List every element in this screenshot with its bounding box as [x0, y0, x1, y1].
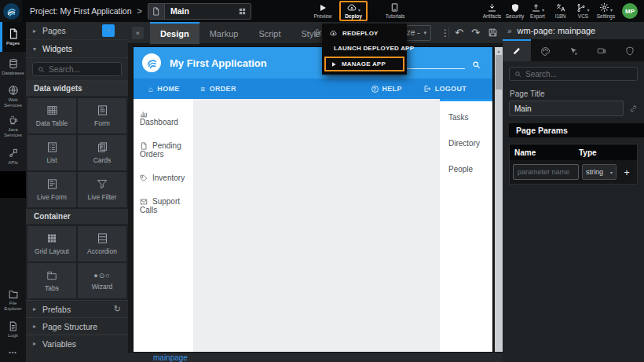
editor-tabs: Design Markup Script Style	[150, 22, 331, 44]
nav-logout[interactable]: LOGOUT	[423, 85, 467, 93]
widget-tile-list[interactable]: List	[27, 135, 76, 170]
shield-icon	[510, 3, 520, 13]
widget-tile-data-table[interactable]: Data Table	[27, 98, 76, 133]
menu-item-dashboard[interactable]: Dashboard	[140, 109, 187, 126]
param-row: string	[510, 160, 637, 184]
tab-markup[interactable]: Markup	[199, 22, 249, 44]
widget-tile-live-form[interactable]: Live Form	[27, 172, 76, 207]
add-page-button[interactable]	[102, 24, 115, 37]
list-icon	[46, 141, 58, 153]
rail-item-java-services[interactable]: Java Services	[0, 112, 26, 141]
app-content-area[interactable]	[193, 99, 440, 352]
menu-item-support-calls[interactable]: Support Calls	[140, 197, 187, 214]
collapse-inspector-button[interactable]	[507, 27, 512, 35]
redo-button[interactable]	[471, 27, 480, 38]
play-icon	[318, 3, 327, 13]
side-item-directory[interactable]: Directory	[448, 139, 484, 148]
export-button[interactable]: Export	[526, 0, 549, 22]
side-item-tasks[interactable]: Tasks	[448, 113, 484, 122]
inspector-search-input[interactable]	[525, 70, 632, 79]
rail-item-logs[interactable]: Logs	[0, 315, 26, 345]
tab-events[interactable]	[559, 39, 587, 61]
tab-device[interactable]	[587, 39, 616, 61]
widget-search-input[interactable]	[49, 65, 116, 74]
menu-item-redeploy[interactable]: REDEPLOY	[322, 26, 407, 41]
rail-item-web-services[interactable]: Web Services	[0, 82, 26, 112]
rail-item-file-explorer[interactable]: File Explorer	[0, 285, 26, 315]
app-title: My First Application	[170, 57, 267, 69]
rail-more-button[interactable]	[0, 345, 26, 359]
i18n-button[interactable]: I18N	[549, 0, 572, 22]
refresh-icon[interactable]	[114, 304, 121, 314]
canvas-scrollbar[interactable]	[495, 47, 503, 352]
page-title-row	[503, 101, 644, 116]
bindings-icon[interactable]	[315, 28, 321, 37]
variables-accordion[interactable]: Variables	[26, 335, 128, 352]
rail-item-databases[interactable]: Databases	[0, 52, 26, 82]
page-selector[interactable]: Main	[148, 3, 251, 20]
tab-design[interactable]: Design	[150, 22, 199, 44]
rail-item-pages[interactable]: Pages	[0, 22, 26, 52]
rail-item-apis[interactable]: APIs	[0, 141, 26, 171]
tab-properties[interactable]	[503, 39, 531, 61]
param-name-input[interactable]	[513, 164, 579, 180]
menu-item-pending-orders[interactable]: Pending Orders	[140, 141, 187, 159]
security-button[interactable]: Security	[503, 0, 526, 22]
grid-view-icon[interactable]	[238, 7, 247, 16]
scroll-up-icon[interactable]	[495, 47, 503, 55]
cards-icon	[97, 141, 108, 153]
artifacts-button[interactable]: Artifacts	[481, 0, 503, 22]
grid-layout-icon	[46, 232, 58, 244]
coffee-cup-icon	[8, 115, 19, 126]
nav-home[interactable]: HOME	[148, 85, 180, 93]
avatar[interactable]: MP	[622, 3, 638, 19]
chevron-down-icon	[358, 7, 360, 13]
widget-tile-tabs[interactable]: Tabs	[27, 263, 76, 298]
download-icon	[487, 3, 497, 13]
active-page-name[interactable]: mainpage	[153, 353, 188, 362]
scrollbar-thumb[interactable]	[496, 55, 502, 90]
widget-tile-live-filter[interactable]: Live Filter	[78, 172, 126, 207]
tab-script[interactable]: Script	[248, 22, 291, 44]
funnel-icon	[96, 178, 108, 190]
bind-link-icon[interactable]	[629, 104, 638, 113]
menu-item-inventory[interactable]: Inventory	[140, 174, 187, 182]
inspector-tabs	[503, 39, 644, 61]
deploy-button[interactable]: Deploy	[339, 1, 368, 21]
inspector-title: wm-page: mainpage	[518, 26, 596, 35]
menu-item-manage-app[interactable]: MANAGE APP	[326, 58, 403, 70]
page-params-table: Name Type string	[509, 144, 638, 185]
page-title-input[interactable]	[509, 101, 624, 116]
nav-help[interactable]: ?HELP	[371, 85, 402, 93]
collapse-panel-button[interactable]	[132, 27, 144, 39]
widget-tile-form[interactable]: Form	[78, 98, 126, 133]
save-button[interactable]	[488, 27, 498, 38]
widgets-accordion[interactable]: Widgets	[26, 40, 128, 58]
undo-button[interactable]	[455, 27, 463, 38]
add-param-button[interactable]	[621, 166, 632, 178]
tab-security[interactable]	[616, 39, 644, 61]
pages-accordion[interactable]: Pages	[26, 22, 128, 40]
settings-button[interactable]: Settings	[595, 0, 617, 22]
menu-item-launch-deployed-app[interactable]: LAUNCH DEPLOYED APP	[322, 41, 407, 56]
translate-icon	[555, 3, 566, 13]
widget-tile-grid-layout[interactable]: Grid Layout	[27, 226, 76, 261]
database-icon	[8, 58, 19, 69]
nav-order[interactable]: ORDER	[201, 85, 236, 93]
tab-styles[interactable]	[531, 39, 559, 61]
page-structure-accordion[interactable]: Page Structure	[26, 317, 128, 335]
preview-button[interactable]: Preview	[306, 0, 339, 22]
wavemaker-logo[interactable]	[0, 0, 22, 22]
param-type-select[interactable]: string	[582, 164, 617, 180]
search-icon[interactable]	[472, 60, 481, 69]
widget-tile-accordion[interactable]: Accordion	[78, 226, 126, 261]
app-header: My First Application	[134, 47, 492, 79]
prefabs-accordion[interactable]: Prefabs	[26, 300, 128, 317]
app-navbar-right: ?HELP LOGOUT	[371, 85, 467, 93]
widget-tile-wizard[interactable]: Wizard	[78, 263, 126, 298]
widget-tile-cards[interactable]: Cards	[78, 135, 126, 170]
vcs-button[interactable]: VCS	[572, 0, 595, 22]
tutorials-button[interactable]: Tutorials	[377, 0, 413, 22]
manage-app-highlight: MANAGE APP	[324, 57, 404, 71]
side-item-people[interactable]: People	[448, 165, 484, 174]
